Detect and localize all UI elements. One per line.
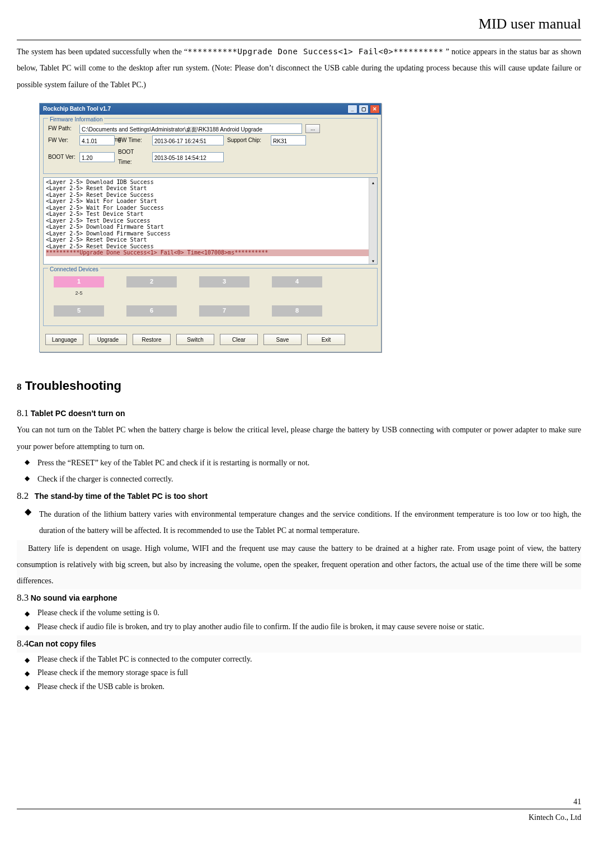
- devices-group: Connected Devices 12-5 2 3 4 5 6 7 8: [43, 268, 378, 326]
- device-slot-2[interactable]: 2: [126, 276, 177, 287]
- button-row: Language Upgrade Restore Switch Clear Sa…: [40, 329, 381, 352]
- bootver-field[interactable]: 1.20: [79, 152, 115, 162]
- log-success-line: **********Upgrade Done Success<1> Fail<0…: [46, 249, 375, 256]
- bullet-item: ◆Press the “RESET” key of the Tablet PC …: [25, 456, 581, 471]
- fwpath-field[interactable]: C:\Documents and Settings\Administrator\…: [79, 124, 302, 134]
- sub-heading: The stand-by time of the Tablet PC is to…: [35, 492, 208, 501]
- clear-button[interactable]: Clear: [220, 334, 258, 345]
- subsection-8-4: 8.4Can not copy files: [17, 635, 581, 653]
- sub-number: 8.1: [17, 408, 29, 418]
- log-line: <Layer 2-5> Test Device Success: [46, 218, 375, 224]
- boottime-field[interactable]: 2013-05-18 14:54:12: [152, 152, 224, 162]
- exit-button[interactable]: Exit: [307, 334, 345, 345]
- device-slot-1[interactable]: 1: [54, 276, 104, 287]
- diamond-icon: ◆: [25, 667, 30, 680]
- bullet-item: ◆The duration of the lithium battery var…: [25, 506, 581, 539]
- scrollbar-track[interactable]: [369, 186, 377, 256]
- diamond-icon: ◆: [25, 472, 30, 485]
- sub-heading: No sound via earphone: [31, 593, 117, 602]
- bullet-item: ◆Please check if the volume setting is 0…: [25, 607, 581, 620]
- browse-button[interactable]: ...: [305, 124, 320, 133]
- diamond-icon: ◆: [25, 621, 30, 634]
- sub-heading: Can not copy files: [29, 639, 96, 648]
- language-button[interactable]: Language: [45, 334, 83, 345]
- subsection-8-2: 8.2 The stand-by time of the Tablet PC i…: [17, 488, 581, 505]
- sub-number: 8.3: [17, 592, 29, 603]
- sub-heading: Tablet PC doesn't turn on: [31, 409, 125, 418]
- restore-button[interactable]: Restore: [133, 334, 171, 345]
- bullet-item: ◆Please check if the Tablet PC is connec…: [25, 654, 581, 667]
- boottime-label: BOOT Time:: [118, 147, 149, 167]
- intro-paragraph: The system has been updated successfully…: [17, 44, 581, 93]
- bullet-item: ◆Please check if the USB cable is broken…: [25, 681, 581, 694]
- subsection-8-1: 8.1 Tablet PC doesn't turn on: [17, 405, 581, 422]
- log-line: <Layer 2-5> Wait For Loader Start: [46, 198, 375, 205]
- intro-pre: The system has been updated successfully…: [17, 48, 187, 56]
- fwver-field[interactable]: 4.1.01: [79, 135, 115, 145]
- bullet-item: ◆Please check if the memory storage spac…: [25, 667, 581, 680]
- log-line: <Layer 2-5> Download Firmware Success: [46, 230, 375, 237]
- bullet-text: Please check if audio file is broken, an…: [37, 621, 484, 633]
- firmware-info-label: Firmware Information: [48, 115, 104, 125]
- device-slot-4[interactable]: 4: [272, 276, 322, 287]
- bullet-item: ◆Please check if audio file is broken, a…: [25, 621, 581, 634]
- bullet-text: Press the “RESET” key of the Tablet PC a…: [37, 456, 309, 471]
- body-text: You can not turn on the Tablet PC when t…: [17, 422, 581, 455]
- window-title: Rockchip Batch Tool v1.7: [43, 104, 111, 114]
- device-slot-8[interactable]: 8: [272, 305, 322, 317]
- header-rule: [17, 40, 581, 40]
- device-slot-6[interactable]: 6: [126, 305, 177, 317]
- fwtime-label: FW Time:: [118, 135, 149, 145]
- upgrade-button[interactable]: Upgrade: [89, 334, 127, 345]
- bullet-text: Please check if the USB cable is broken.: [37, 681, 164, 692]
- diamond-icon: ◆: [25, 681, 30, 694]
- save-button[interactable]: Save: [263, 334, 302, 345]
- batch-tool-window: Rockchip Batch Tool v1.7 _ ▢ ✕ Firmware …: [39, 103, 382, 352]
- section-number: 8: [17, 381, 22, 392]
- troubleshooting-heading: 8 Troubleshooting: [17, 375, 581, 397]
- fwpath-label: FW Path:: [48, 124, 76, 134]
- bullet-text: Please check if the volume setting is 0.: [37, 607, 159, 619]
- close-icon[interactable]: ✕: [370, 105, 380, 114]
- window-titlebar: Rockchip Batch Tool v1.7 _ ▢ ✕: [40, 103, 381, 115]
- log-line: <Layer 2-5> Reset Device Start: [46, 185, 375, 192]
- section-title-text: Troubleshooting: [25, 379, 121, 393]
- bootver-label: BOOT Ver:: [48, 152, 76, 162]
- subsection-8-3: 8.3 No sound via earphone: [17, 589, 581, 607]
- chip-label: Support Chip:: [227, 135, 267, 145]
- embedded-screenshot: Rockchip Batch Tool v1.7 _ ▢ ✕ Firmware …: [39, 103, 581, 352]
- maximize-icon[interactable]: ▢: [359, 105, 369, 114]
- log-line: <Layer 2-5> Test Device Start: [46, 211, 375, 218]
- log-line: <Layer 2-5> Reset Device Start: [46, 237, 375, 243]
- log-line: <Layer 2-5> Download IDB Success: [46, 179, 375, 186]
- bullet-text: Please check if the Tablet PC is connect…: [37, 654, 252, 665]
- minimize-icon[interactable]: _: [347, 105, 357, 114]
- switch-button[interactable]: Switch: [176, 334, 214, 345]
- bullet-text: Please check if the memory storage space…: [37, 667, 188, 678]
- device-sub: 2-5: [54, 289, 104, 298]
- scroll-down-icon[interactable]: ▾: [369, 256, 377, 264]
- fwtime-field[interactable]: 2013-06-17 16:24:51: [152, 135, 224, 145]
- diamond-icon: ◆: [25, 456, 30, 469]
- bullet-text: The duration of the lithium battery vari…: [39, 506, 581, 539]
- scroll-up-icon[interactable]: ▴: [369, 178, 377, 186]
- diamond-icon: ◆: [25, 654, 30, 667]
- chip-field[interactable]: RK31: [271, 135, 306, 145]
- bullet-text: Check if the charger is connected correc…: [37, 472, 173, 487]
- device-slot-7[interactable]: 7: [199, 305, 249, 317]
- log-line: <Layer 2-5> Download Firmware Start: [46, 224, 375, 230]
- firmware-info-group: Firmware Information FW Path: C:\Documen…: [43, 118, 378, 174]
- footer-company: Kintech Co., Ltd: [529, 810, 581, 824]
- diamond-icon: ◆: [25, 506, 31, 518]
- bullet-item: ◆Check if the charger is connected corre…: [25, 472, 581, 487]
- log-line: <Layer 2-5> Reset Device Success: [46, 192, 375, 199]
- log-output: <Layer 2-5> Download IDB Success <Layer …: [43, 177, 378, 265]
- page-number: 41: [573, 795, 581, 809]
- device-slot-5[interactable]: 5: [54, 305, 104, 317]
- body-text: Battery life is dependent on usage. High…: [17, 540, 581, 589]
- sub-number: 8.4: [17, 638, 29, 649]
- devices-label: Connected Devices: [48, 265, 100, 275]
- sub-number: 8.2: [17, 490, 29, 501]
- footer-rule: [17, 809, 581, 809]
- device-slot-3[interactable]: 3: [199, 276, 249, 287]
